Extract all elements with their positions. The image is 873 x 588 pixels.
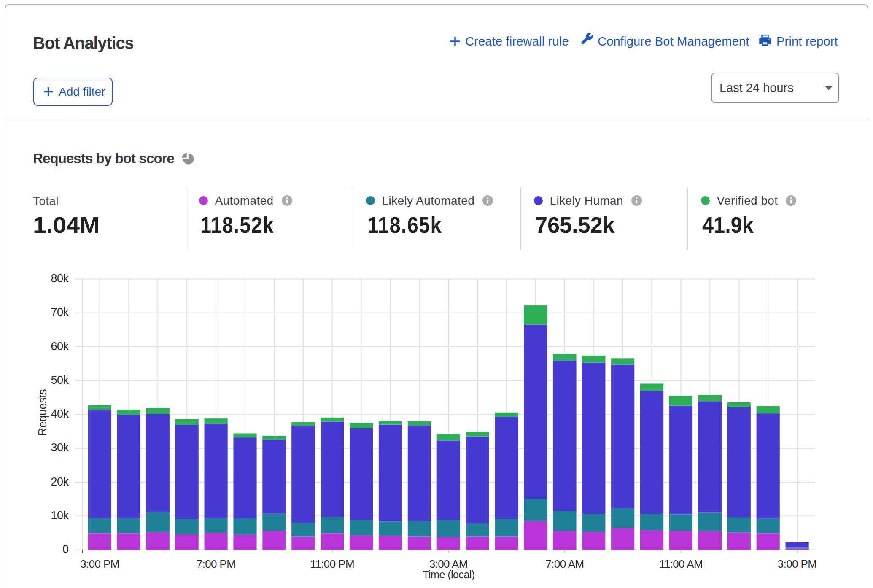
svg-text:10k: 10k bbox=[51, 509, 69, 522]
svg-text:60k: 60k bbox=[51, 340, 69, 353]
svg-text:40k: 40k bbox=[51, 407, 69, 420]
svg-text:3:00 PM: 3:00 PM bbox=[80, 558, 119, 570]
svg-text:30k: 30k bbox=[51, 441, 69, 454]
svg-text:7:00 PM: 7:00 PM bbox=[197, 558, 236, 570]
svg-text:Time (local): Time (local) bbox=[423, 569, 475, 580]
svg-text:50k: 50k bbox=[51, 374, 69, 386]
svg-text:20k: 20k bbox=[51, 475, 69, 488]
svg-text:11:00 AM: 11:00 AM bbox=[659, 558, 703, 570]
svg-text:3:00 PM: 3:00 PM bbox=[778, 558, 817, 570]
svg-text:7:00 AM: 7:00 AM bbox=[545, 558, 584, 570]
svg-text:11:00 PM: 11:00 PM bbox=[310, 558, 354, 570]
svg-text:Requests: Requests bbox=[36, 389, 49, 436]
svg-text:0: 0 bbox=[62, 543, 69, 556]
svg-text:80k: 80k bbox=[51, 272, 69, 285]
svg-text:70k: 70k bbox=[51, 306, 69, 318]
